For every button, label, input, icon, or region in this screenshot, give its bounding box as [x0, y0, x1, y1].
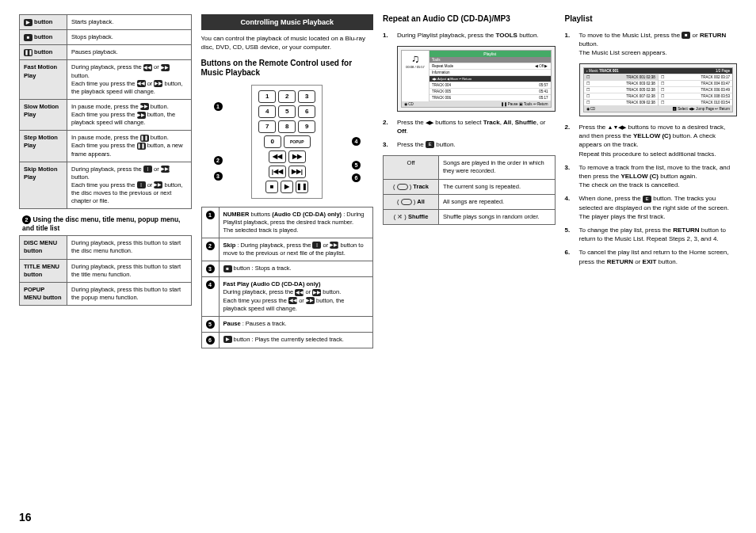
callout-5: 5 — [352, 161, 361, 169]
track-item: TRACK 008 03:53 — [701, 94, 730, 98]
column-2: Controlling Music Playback You can contr… — [201, 14, 374, 355]
row-desc: During playback, press this button to st… — [67, 259, 192, 282]
stop-icon: ■ — [223, 265, 232, 272]
screen-hint: ◀▶ Adjust ◀ Move ↩ Return — [432, 77, 472, 81]
row-desc: Fast Play (Audio CD (CD-DA) only)During … — [219, 277, 373, 317]
row-desc: Starts playback. — [67, 15, 192, 30]
screen-row-label: TRACK 006 — [432, 96, 451, 100]
key-5: 5 — [278, 105, 296, 118]
row-label: Slow Motion Play — [20, 99, 67, 130]
screen-titlebar: Playlist — [430, 51, 551, 57]
subhead-2-text: Using the disc menu, title menu, popup m… — [22, 215, 180, 232]
screen-row-label: TRACK 004 — [432, 83, 451, 87]
skip-fwd-icon: ▶▶| — [292, 168, 303, 175]
page-number: 16 — [19, 511, 32, 523]
skip-back-icon: |◀◀ — [312, 242, 321, 249]
row-desc: During playback, press the ◀◀ or ▶▶ butt… — [67, 60, 192, 100]
screen-row-val: 05:57 — [539, 83, 548, 87]
row-desc: ▶ button : Plays the currently selected … — [219, 332, 373, 348]
track-item: TRACK 004 03:47 — [701, 82, 730, 86]
row-desc: Pause : Pauses a track. — [219, 316, 373, 332]
key-3: 3 — [298, 90, 315, 103]
row-num: 3 — [201, 261, 219, 277]
key-skipb: |◀◀ — [269, 166, 286, 178]
rewind-icon: ◀◀ — [295, 289, 304, 296]
shuffle-icon: ⤨ — [397, 213, 403, 220]
track-item: TRACK 003 02:38 — [626, 82, 655, 86]
sub-heading: Buttons on the Remote Control used for M… — [201, 59, 374, 78]
circ-icon: 3 — [206, 265, 215, 273]
step-item: To remove a track from the list, move to… — [565, 163, 738, 190]
column-3: Repeat an Audio CD (CD-DA)/MP3 During Pl… — [383, 14, 556, 355]
row-desc: NUMBER buttons (Audio CD (CD-DA) only) :… — [219, 207, 373, 238]
stop-icon: ■ — [682, 32, 690, 39]
key-play: ▶ — [281, 181, 293, 193]
rewind-icon: ◀◀ — [143, 64, 152, 71]
step-item: Press the ▲▼◀▶ buttons to move to a desi… — [565, 123, 738, 158]
key-0: 0 — [264, 135, 281, 148]
screen-row-val: ◀ Off ▶ — [535, 64, 548, 68]
row-label: POPUP MENU button — [20, 282, 67, 305]
circ-icon: 1 — [206, 211, 215, 219]
key-skipf: ▶▶| — [288, 166, 306, 178]
music-note-icon: ♪ — [586, 69, 588, 73]
menu-buttons-table: DISC MENU buttonDuring playback, press t… — [19, 235, 192, 306]
row-num: 6 — [201, 332, 219, 348]
row-num: 2 — [201, 238, 219, 261]
enter-icon: E — [643, 196, 651, 203]
circ-icon: 5 — [206, 320, 215, 329]
row-desc: Stops playback. — [67, 30, 192, 45]
track-item: TRACK 010 03:54 — [701, 101, 730, 105]
row-label: Skip Motion Play — [20, 162, 67, 209]
callout-6: 6 — [352, 173, 361, 182]
section-heading: Controlling Music Playback — [201, 14, 374, 30]
row-desc: All songs are repeated. — [439, 194, 556, 209]
steps-list-cont: Press the ◀▶ buttons to select Track, Al… — [383, 118, 556, 150]
step-item: To cancel the play list and return to th… — [565, 248, 738, 265]
skip-back-icon: |◀◀ — [143, 166, 152, 173]
rewind-icon: ◀◀ — [288, 297, 297, 304]
row-desc: Shuffle plays songs in random order. — [439, 209, 556, 224]
fwd-icon: ▶▶ — [292, 153, 302, 160]
disc-icon: ◉ — [586, 107, 590, 111]
playlist-steps: To move to the Music List, press the ■ o… — [565, 31, 738, 58]
remote-diagram: 1 2 3 4 5 6 7 8 9 0 POPUP ◀◀ ▶▶ — [251, 85, 323, 199]
row-desc: During playback, press the |◀◀ or ▶▶| bu… — [67, 162, 192, 209]
row-desc: During playback, press this button to st… — [67, 282, 192, 305]
row-desc: During playback, press this button to st… — [67, 236, 192, 259]
screenshot-musiclist: ♪ Music TRACK 0011/2 Page ☐TRACK 001 02:… — [579, 63, 738, 116]
circ-icon: 4 — [206, 280, 215, 289]
column-1: ▶ ▶ buttonbuttonStarts playback. ■ butto… — [19, 14, 192, 355]
callout-3: 3 — [214, 172, 223, 181]
screen-time: 00:08 / 05:57 — [403, 65, 427, 69]
rewind-icon: ◀◀ — [137, 80, 146, 87]
key-popup: POPUP — [284, 135, 311, 148]
tools-label: Tools — [432, 58, 441, 62]
skip-fwd-icon: ▶▶| — [161, 166, 170, 173]
screen-row-label: TRACK 005 — [432, 89, 451, 93]
key-7: 7 — [258, 120, 276, 133]
remote-numbered-table: 1NUMBER buttons (Audio CD (CD-DA) only) … — [201, 207, 374, 349]
step-item: During Playlist playback, press the TOOL… — [383, 31, 556, 40]
key-4: 4 — [258, 105, 276, 118]
key-9: 9 — [298, 120, 315, 133]
rewind-icon: ◀◀ — [273, 153, 282, 160]
step-item: When done, press the E button. The track… — [565, 194, 738, 221]
track-item: TRACK 007 02:38 — [626, 94, 655, 98]
row-label: ( ⤨ ) Shuffle — [384, 209, 439, 224]
foot-label: CD — [408, 102, 414, 106]
fwd-icon: ▶▶ — [140, 103, 149, 110]
play-icon: ▶ — [24, 19, 32, 26]
row-label: ( ) Track — [384, 179, 439, 194]
track-label: TRACK 001 — [599, 69, 619, 73]
stop-icon: ■ — [270, 183, 274, 190]
callout-4: 4 — [352, 137, 361, 146]
fwd-icon: ▶▶ — [312, 289, 321, 296]
track-item: TRACK 006 03:49 — [701, 88, 730, 92]
steps-list: During Playlist playback, press the TOOL… — [383, 31, 556, 40]
foot-label: CD — [590, 107, 596, 111]
play-icon: ▶ — [223, 336, 232, 343]
key-8: 8 — [278, 120, 296, 133]
row-desc: Songs are played in the order in which t… — [439, 156, 556, 179]
column-4: Playlist To move to the Music List, pres… — [565, 14, 738, 355]
